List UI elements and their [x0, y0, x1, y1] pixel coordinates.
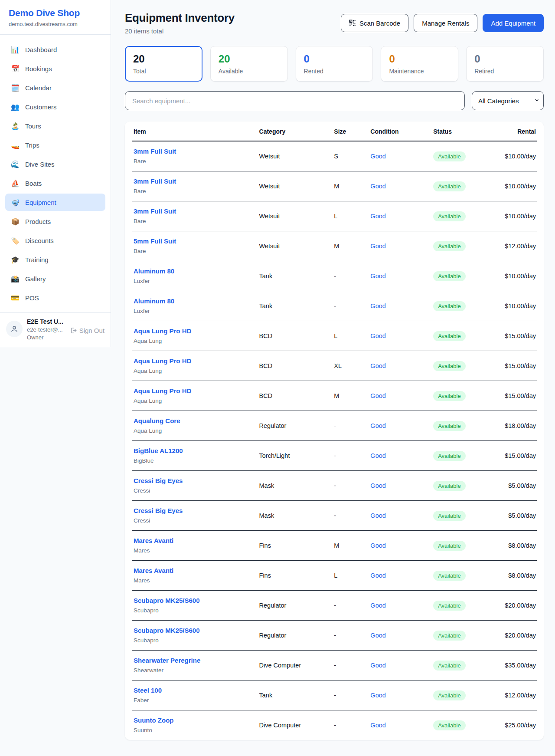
sidebar-item-boats[interactable]: ⛵ Boats: [5, 174, 105, 192]
item-name-link[interactable]: 3mm Full Suit: [134, 177, 256, 186]
item-name-link[interactable]: 3mm Full Suit: [134, 207, 256, 216]
item-category: Mask: [258, 471, 333, 501]
item-name-link[interactable]: Aqua Lung Pro HD: [134, 387, 256, 395]
item-name-link[interactable]: Aluminum 80: [134, 267, 256, 276]
brand-name[interactable]: Demo Dive Shop: [9, 8, 102, 18]
stats-row: 20 Total 20 Available 0 Rented 0 Mainten…: [125, 46, 544, 82]
item-name-link[interactable]: Shearwater Peregrine: [134, 656, 256, 665]
item-brand: Aqua Lung: [134, 337, 256, 345]
item-category: Wetsuit: [258, 201, 333, 231]
item-condition-link[interactable]: Good: [370, 422, 385, 429]
sidebar-item-training[interactable]: 🎓 Training: [5, 251, 105, 268]
status-badge: Available: [433, 451, 466, 461]
sidebar-item-dive-sites[interactable]: 🌊 Dive Sites: [5, 155, 105, 173]
sidebar-item-dashboard[interactable]: 📊 Dashboard: [5, 41, 105, 58]
item-condition-link[interactable]: Good: [370, 183, 385, 190]
item-condition-link[interactable]: Good: [370, 722, 385, 729]
item-name-link[interactable]: Mares Avanti: [134, 536, 256, 545]
item-rental-rate: $10.00/day: [505, 183, 536, 190]
sidebar-item-discounts[interactable]: 🏷️ Discounts: [5, 232, 105, 249]
item-name-link[interactable]: Aqua Lung Pro HD: [134, 327, 256, 335]
sidebar-item-label: Dashboard: [25, 46, 57, 53]
table-row: Aqua Lung Pro HD Aqua Lung BCD M Good Av…: [132, 381, 537, 411]
item-rental-rate: $10.00/day: [505, 273, 536, 279]
category-filter-select[interactable]: All Categories: [472, 91, 544, 110]
sidebar-item-customers[interactable]: 👥 Customers: [5, 98, 105, 115]
item-category: Regulator: [258, 591, 333, 621]
stat-value: 20: [219, 53, 280, 65]
sidebar-item-label: POS: [25, 294, 39, 302]
item-condition-link[interactable]: Good: [370, 302, 385, 309]
sidebar-item-trips[interactable]: 🚤 Trips: [5, 136, 105, 154]
item-name-link[interactable]: Aqua Lung Pro HD: [134, 357, 256, 365]
sign-out-button[interactable]: Sign Out: [69, 327, 104, 334]
status-badge: Available: [433, 720, 466, 730]
main-content: Equipment Inventory 20 items total: [111, 0, 555, 740]
stat-card-maintenance[interactable]: 0 Maintenance: [381, 46, 458, 82]
item-name-link[interactable]: Aluminum 80: [134, 297, 256, 306]
stat-card-rented[interactable]: 0 Rented: [296, 46, 373, 82]
search-input[interactable]: [125, 91, 465, 110]
item-condition-link[interactable]: Good: [370, 662, 385, 669]
item-size: XL: [332, 351, 369, 381]
stat-card-total[interactable]: 20 Total: [125, 46, 202, 82]
sidebar-item-tours[interactable]: 🏝️ Tours: [5, 117, 105, 135]
status-badge: Available: [433, 511, 466, 521]
scan-barcode-label: Scan Barcode: [359, 20, 400, 27]
item-category: Tank: [258, 680, 333, 710]
stat-card-retired[interactable]: 0 Retired: [466, 46, 544, 82]
sign-out-label: Sign Out: [79, 327, 104, 334]
item-condition-link[interactable]: Good: [370, 452, 385, 459]
sidebar-item-bookings[interactable]: 📅 Bookings: [5, 60, 105, 77]
sidebar-item-label: Equipment: [25, 199, 56, 206]
column-header-condition: Condition: [369, 122, 431, 141]
item-name-link[interactable]: Aqualung Core: [134, 417, 256, 425]
item-condition-link[interactable]: Good: [370, 542, 385, 549]
item-condition-link[interactable]: Good: [370, 153, 385, 160]
item-rental-rate: $20.00/day: [505, 602, 536, 609]
item-category: Mask: [258, 501, 333, 531]
item-condition-link[interactable]: Good: [370, 602, 385, 609]
item-size: L: [332, 321, 369, 351]
item-name-link[interactable]: Scubapro MK25/S600: [134, 596, 256, 605]
table-row: 3mm Full Suit Bare Wetsuit S Good Availa…: [132, 141, 537, 171]
item-condition-link[interactable]: Good: [370, 572, 385, 579]
item-brand: Suunto: [134, 726, 256, 734]
status-badge: Available: [433, 181, 466, 191]
item-size: -: [332, 441, 369, 471]
item-condition-link[interactable]: Good: [370, 362, 385, 369]
sidebar-item-label: Bookings: [25, 65, 52, 72]
item-name-link[interactable]: Cressi Big Eyes: [134, 477, 256, 485]
item-name-link[interactable]: Steel 100: [134, 686, 256, 695]
item-name-link[interactable]: 3mm Full Suit: [134, 147, 256, 156]
status-badge: Available: [433, 211, 466, 221]
item-name-link[interactable]: Suunto Zoop: [134, 716, 256, 725]
item-rental-rate: $15.00/day: [505, 392, 536, 399]
item-name-link[interactable]: Cressi Big Eyes: [134, 506, 256, 515]
scan-barcode-button[interactable]: Scan Barcode: [341, 14, 408, 32]
item-condition-link[interactable]: Good: [370, 392, 385, 399]
sidebar-item-calendar[interactable]: 🗓️ Calendar: [5, 79, 105, 96]
item-condition-link[interactable]: Good: [370, 692, 385, 699]
item-name-link[interactable]: Mares Avanti: [134, 566, 256, 575]
sidebar-item-pos[interactable]: 💳 POS: [5, 289, 105, 306]
item-condition-link[interactable]: Good: [370, 332, 385, 339]
add-equipment-button[interactable]: Add Equipment: [483, 14, 544, 32]
sidebar-item-equipment[interactable]: 🤿 Equipment: [5, 194, 105, 211]
stat-card-available[interactable]: 20 Available: [210, 46, 288, 82]
item-condition-link[interactable]: Good: [370, 632, 385, 639]
sidebar-item-gallery[interactable]: 📸 Gallery: [5, 270, 105, 287]
status-badge: Available: [433, 481, 466, 491]
item-condition-link[interactable]: Good: [370, 482, 385, 489]
item-name-link[interactable]: 5mm Full Suit: [134, 237, 256, 246]
item-condition-link[interactable]: Good: [370, 213, 385, 220]
manage-rentals-button[interactable]: Manage Rentals: [414, 14, 477, 32]
item-name-link[interactable]: BigBlue AL1200: [134, 447, 256, 455]
item-condition-link[interactable]: Good: [370, 273, 385, 279]
item-brand: Luxfer: [134, 277, 256, 285]
sidebar-item-products[interactable]: 📦 Products: [5, 213, 105, 230]
item-condition-link[interactable]: Good: [370, 512, 385, 519]
item-condition-link[interactable]: Good: [370, 243, 385, 250]
item-name-link[interactable]: Scubapro MK25/S600: [134, 626, 256, 635]
category-select-wrap: All Categories: [472, 91, 544, 110]
